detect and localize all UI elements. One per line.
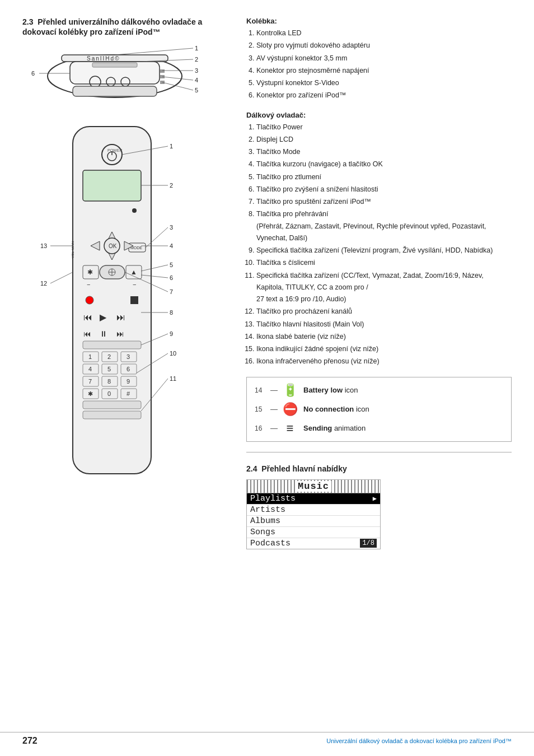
- main-cols: 2.3 Přehled univerzálního dálkového ovla…: [22, 17, 512, 549]
- svg-text:POWER: POWER: [107, 148, 122, 152]
- svg-text:⏸: ⏸: [100, 329, 107, 338]
- list-item: Tlačítko Mode: [256, 146, 512, 158]
- list-item: Kontrolka LED: [256, 27, 512, 39]
- svg-rect-29: [83, 170, 141, 201]
- menu-item-artists[interactable]: Artists: [247, 505, 380, 516]
- footer: 272 Univerzální dálkový ovladač a dokova…: [0, 732, 534, 746]
- no-connection-label: No connection icon: [303, 405, 369, 413]
- list-item: Tlačítko hlavní hlasitosti (Main Vol): [256, 319, 512, 330]
- svg-text:8: 8: [107, 378, 111, 385]
- svg-text:1: 1: [88, 353, 92, 360]
- sending-animation-label: Sending animation: [303, 424, 366, 432]
- menu-item-albums[interactable]: Albums: [247, 516, 380, 527]
- svg-text:3: 3: [195, 67, 198, 74]
- list-item: Ikona slabé baterie (viz níže): [256, 331, 512, 343]
- svg-line-18: [162, 77, 193, 80]
- svg-text:2: 2: [107, 353, 111, 360]
- svg-text:OK: OK: [109, 243, 117, 249]
- svg-text:2: 2: [170, 182, 173, 189]
- list-item: Specifická tlačítka zařízení (CC/Text, V…: [256, 270, 512, 306]
- svg-text:⏮: ⏮: [83, 329, 91, 338]
- list-item: Výstupní konektor S-Video: [256, 77, 512, 89]
- svg-text:4: 4: [195, 77, 198, 83]
- svg-text:SanIIHd©: SanIIHd©: [87, 55, 120, 62]
- svg-point-30: [132, 208, 137, 213]
- menu-box: Music Playlists ▶ Artists Albums: [246, 479, 381, 549]
- svg-rect-53: [130, 296, 138, 304]
- svg-text:12: 12: [40, 280, 47, 287]
- no-connection-icon: ⛔: [282, 402, 298, 417]
- remote-items: Tlačítko Power Displej LCD Tlačítko Mode…: [246, 122, 512, 368]
- remote-list-title: Dálkový ovladač:: [246, 111, 512, 119]
- section24: 2.4 Přehled hlavní nabídky Music Playlis…: [246, 464, 512, 549]
- svg-text:−: −: [133, 281, 136, 288]
- icon-row-no-connection: 15 — ⛔ No connection icon: [255, 402, 503, 417]
- svg-text:3: 3: [170, 224, 173, 231]
- svg-point-52: [86, 296, 93, 304]
- svg-text:MAIN: MAIN: [71, 241, 74, 250]
- battery-low-icon: 🔋: [282, 383, 298, 398]
- svg-text:✱: ✱: [88, 390, 93, 397]
- list-item: Specifická tlačítka zařízení (Televizní …: [256, 245, 512, 256]
- svg-rect-86: [83, 411, 141, 419]
- remote-svg: POWER MAIN VOL MODE: [39, 121, 218, 502]
- svg-text:#: #: [127, 390, 130, 397]
- svg-text:6: 6: [170, 274, 173, 281]
- svg-text:✱: ✱: [87, 268, 93, 276]
- svg-text:6: 6: [127, 366, 130, 372]
- menu-title-row: Music: [247, 480, 380, 493]
- cradle-list: Kolébka: Kontrolka LED Sloty pro vyjmutí…: [246, 17, 512, 102]
- list-item: Ikona indikující žádné spojení (viz níže…: [256, 343, 512, 355]
- menu-badge: 1/8: [360, 539, 377, 548]
- section24-title: Přehled hlavní nabídky: [261, 464, 347, 473]
- list-item: Tlačítko pro ztlumení: [256, 171, 512, 183]
- list-item: Tlačítko Power: [256, 122, 512, 133]
- icon-num-14: 14: [255, 386, 270, 394]
- svg-text:11: 11: [170, 375, 176, 382]
- svg-rect-4: [92, 63, 137, 67]
- footer-description: Univerzální dálkový ovladač a dokovací k…: [326, 738, 512, 744]
- svg-text:5: 5: [170, 262, 173, 268]
- svg-text:7: 7: [88, 378, 92, 385]
- svg-rect-60: [83, 341, 141, 349]
- svg-text:5: 5: [195, 87, 198, 94]
- icon-num-16: 16: [255, 424, 270, 432]
- section23-heading: 2.3 Přehled univerzálního dálkového ovla…: [22, 17, 229, 37]
- right-col: Kolébka: Kontrolka LED Sloty pro vyjmutí…: [246, 17, 512, 549]
- list-item: Tlačítka kurzoru (navigace) a tlačítko O…: [256, 158, 512, 170]
- svg-text:6: 6: [31, 70, 35, 77]
- svg-text:2: 2: [195, 56, 198, 63]
- section23-title: Přehled univerzálního dálkového ovladače…: [22, 17, 202, 36]
- page: 2.3 Přehled univerzálního dálkového ovla…: [0, 0, 534, 756]
- menu-item-playlists[interactable]: Playlists ▶: [247, 493, 380, 505]
- svg-text:−: −: [87, 281, 90, 288]
- cradle-diagram: SanIIHd©: [28, 43, 218, 115]
- svg-text:10: 10: [170, 350, 176, 357]
- list-item: Ikona infračerveného přenosu (viz níže): [256, 356, 512, 367]
- svg-text:⏭: ⏭: [116, 329, 124, 338]
- remote-list: Dálkový ovladač: Tlačítko Power Displej …: [246, 111, 512, 368]
- svg-text:▶: ▶: [100, 312, 107, 322]
- svg-text:4: 4: [170, 242, 173, 249]
- section-divider: [246, 452, 512, 452]
- menu-title: Music: [296, 481, 331, 492]
- svg-text:3: 3: [127, 353, 130, 360]
- svg-text:4: 4: [88, 366, 92, 372]
- svg-rect-85: [83, 401, 141, 409]
- svg-line-111: [50, 272, 73, 283]
- list-item: Konektor pro stejnosměrné napájení: [256, 65, 512, 77]
- list-item: Tlačítko pro zvýšení a snížení hlasitost…: [256, 184, 512, 195]
- svg-text:VOL: VOL: [71, 251, 74, 259]
- svg-text:8: 8: [170, 309, 173, 316]
- sending-animation-icon: ≡: [282, 421, 298, 436]
- list-item: Tlačítka pro přehrávání (Přehrát, Záznam…: [256, 208, 512, 244]
- svg-text:⏭: ⏭: [116, 312, 125, 322]
- list-item: Tlačítko pro spuštění zařízení iPod™: [256, 196, 512, 208]
- menu-item-songs[interactable]: Songs: [247, 527, 380, 538]
- icon-num-15: 15: [255, 405, 270, 413]
- icon-row-sending: 16 — ≡ Sending animation: [255, 421, 503, 436]
- svg-text:0: 0: [107, 390, 111, 397]
- svg-text:⏮: ⏮: [83, 312, 92, 322]
- list-item: Tlačítka s číslicemi: [256, 257, 512, 269]
- menu-item-podcasts[interactable]: Podcasts 1/8: [247, 538, 380, 549]
